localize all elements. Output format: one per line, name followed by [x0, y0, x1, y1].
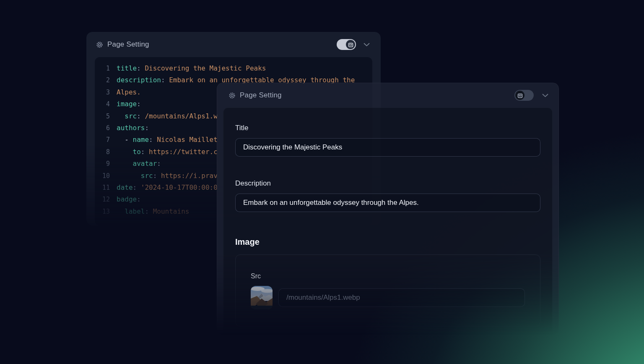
page-setting-form-panel: Page Setting Title Description [217, 83, 559, 335]
image-src-input[interactable] [278, 288, 525, 307]
panel-header: Page Setting [217, 83, 558, 107]
title-label: Title [235, 124, 540, 132]
description-input[interactable] [235, 194, 540, 212]
chevron-down-icon[interactable] [364, 43, 370, 47]
panel-title: Page Setting [107, 40, 149, 49]
gear-icon [96, 41, 104, 49]
code-view-toggle[interactable] [514, 90, 534, 101]
code-toggle-icon [346, 40, 355, 49]
description-field-group: Description [235, 179, 540, 212]
title-field-group: Title [235, 124, 540, 157]
code-view-toggle[interactable] [337, 39, 356, 50]
code-toggle-icon [515, 91, 525, 100]
gear-icon [228, 92, 236, 100]
image-thumbnail [251, 286, 273, 309]
src-row [251, 286, 525, 309]
panel-header: Page Setting [86, 32, 381, 57]
title-input[interactable] [235, 138, 540, 157]
image-section-heading: Image [235, 237, 540, 247]
panel-title: Page Setting [240, 91, 282, 100]
src-label: Src [251, 272, 525, 280]
image-settings-card: Src [235, 254, 540, 327]
page-setting-form: Title Description Image Src [223, 107, 553, 344]
chevron-down-icon[interactable] [542, 94, 548, 97]
code-line: 1title: Discovering the Majestic Peaks [95, 63, 372, 74]
description-label: Description [235, 179, 540, 188]
